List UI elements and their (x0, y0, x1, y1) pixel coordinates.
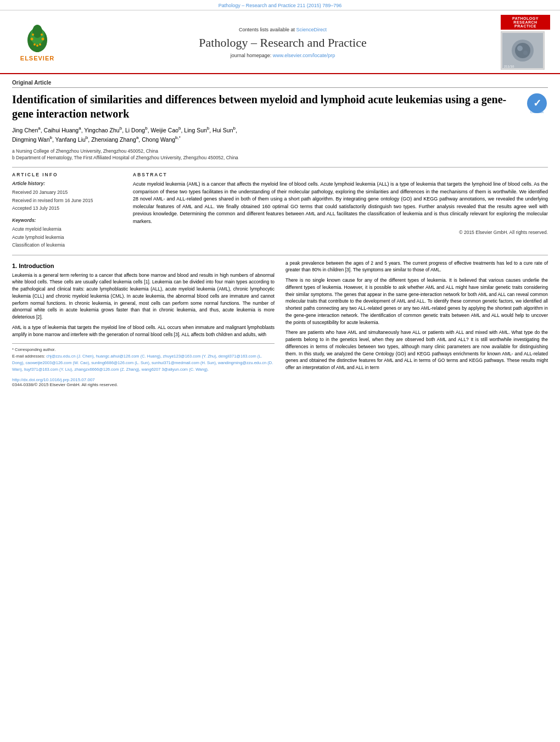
keyword-1: Acute myeloid leukemia (12, 225, 122, 233)
abstract-col: ABSTRACT Acute myeloid leukemia (AML) is… (133, 172, 548, 249)
article-info-label: ARTICLE INFO (12, 172, 122, 177)
email-links[interactable]: chj@zzu.edu.cn (J. Chen), huangc.aihui@1… (12, 354, 273, 372)
authors-line: Jing Chena, Caihui Huanga, Yingchao Zhub… (12, 125, 548, 144)
right-paragraph-2: There is no single known cause for any o… (285, 277, 548, 326)
elsevier-brand-text: ELSEVIER (20, 55, 54, 62)
keywords-items: Acute myeloid leukemia Acute lymphoid le… (12, 225, 122, 249)
svg-point-16 (523, 51, 528, 55)
right-paragraph-1: a peak prevalence between the ages of 2 … (285, 260, 548, 274)
journal-header-right: PATHOLOGY RESEARCH PRACTICE 211/10 (501, 15, 550, 70)
main-content: Original Article Identification of simil… (0, 74, 560, 393)
svg-point-6 (33, 43, 36, 46)
journal-header: ELSEVIER Contents lists available at Sci… (0, 10, 560, 74)
body-left-col: 1. Introduction Leukemia is a general te… (12, 260, 275, 388)
svg-point-14 (515, 43, 530, 58)
divider-1 (12, 167, 548, 168)
bottom-links: http://dx.doi.org/10.1016/j.prp.2015.07.… (12, 377, 275, 387)
elsevier-tree-icon (21, 24, 54, 54)
article-title: Identification of similarities and diffe… (12, 92, 520, 121)
svg-point-5 (42, 37, 44, 40)
svg-point-10 (41, 34, 43, 36)
divider-2 (12, 255, 548, 255)
info-abstract-section: ARTICLE INFO Article history: Received 2… (12, 172, 548, 249)
article-title-section: Identification of similarities and diffe… (12, 92, 548, 121)
keywords-label: Keywords: (12, 217, 122, 223)
revised-date: Received in revised form 16 June 2015 (12, 197, 122, 204)
page: Pathology – Research and Practice 211 (2… (0, 0, 560, 742)
svg-point-4 (31, 37, 33, 40)
svg-text:✓: ✓ (533, 98, 541, 109)
journal-homepage-line: journal homepage: www.elsevier.com/locat… (65, 53, 501, 58)
body-right-col: a peak prevalence between the ages of 2 … (285, 260, 548, 388)
elsevier-logo-container: ELSEVIER (10, 24, 65, 62)
sciencedirect-link[interactable]: ScienceDirect (296, 27, 327, 32)
svg-point-3 (32, 25, 42, 38)
svg-point-9 (32, 34, 34, 36)
corresponding-author-note: * Corresponding author. (12, 347, 275, 353)
crossmark-icon: ✓ CrossMark (526, 92, 548, 114)
contents-available-line: Contents lists available at ScienceDirec… (65, 27, 501, 32)
journal-reference: Pathology – Research and Practice 211 (2… (219, 3, 342, 8)
journal-header-center: Contents lists available at ScienceDirec… (65, 27, 501, 58)
right-paragraph-3: There are patients who have AML and simu… (285, 329, 548, 371)
svg-text:CrossMark: CrossMark (530, 110, 544, 114)
article-type: Original Article (12, 80, 548, 88)
journal-title: Pathology – Research and Practice (65, 36, 501, 50)
journal-homepage-link[interactable]: www.elsevier.com/locate/prp (273, 53, 335, 58)
elsevier-logo: ELSEVIER (10, 24, 65, 62)
body-content: 1. Introduction Leukemia is a general te… (12, 260, 548, 388)
pathology-badge: PATHOLOGY RESEARCH PRACTICE (501, 15, 550, 30)
intro-paragraph-1: Leukemia is a general term referring to … (12, 272, 275, 321)
doi-link[interactable]: http://dx.doi.org/10.1016/j.prp.2015.07.… (12, 377, 275, 382)
affiliations: a Nursing College of Zhengzhou Universit… (12, 148, 548, 162)
issn-copyright: 0344-0338/© 2015 Elsevier GmbH. All righ… (12, 382, 275, 387)
affiliation-a: a Nursing College of Zhengzhou Universit… (12, 148, 548, 155)
email-footnote: E-mail addresses: chj@zzu.edu.cn (J. Che… (12, 353, 275, 373)
keyword-3: Classification of leukemia (12, 241, 122, 249)
svg-point-15 (517, 46, 523, 51)
svg-point-7 (39, 43, 41, 46)
footnote-area: * Corresponding author. E-mail addresses… (12, 343, 275, 373)
top-banner: Pathology – Research and Practice 211 (2… (0, 0, 560, 10)
article-history-label: Article history: (12, 181, 122, 186)
journal-cover-image: 211/10 (501, 31, 545, 70)
intro-section-title: 1. Introduction (12, 263, 275, 269)
article-info-col: ARTICLE INFO Article history: Received 2… (12, 172, 122, 249)
abstract-text: Acute myeloid leukemia (AML) is a cancer… (133, 181, 548, 225)
affiliation-b: b Department of Hematology, The First Af… (12, 154, 548, 161)
email-label: E-mail addresses: (12, 354, 45, 359)
intro-paragraph-2: AML is a type of leukemia that targets t… (12, 324, 275, 338)
svg-text:211/10: 211/10 (504, 65, 514, 68)
article-history-items: Received 20 January 2015 Received in rev… (12, 188, 122, 212)
abstract-copyright: © 2015 Elsevier GmbH. All rights reserve… (133, 230, 548, 235)
keyword-2: Acute lymphoid leukemia (12, 233, 122, 241)
abstract-label: ABSTRACT (133, 172, 548, 177)
svg-point-8 (36, 44, 38, 47)
accepted-date: Accepted 13 July 2015 (12, 204, 122, 212)
received-date: Received 20 January 2015 (12, 188, 122, 196)
